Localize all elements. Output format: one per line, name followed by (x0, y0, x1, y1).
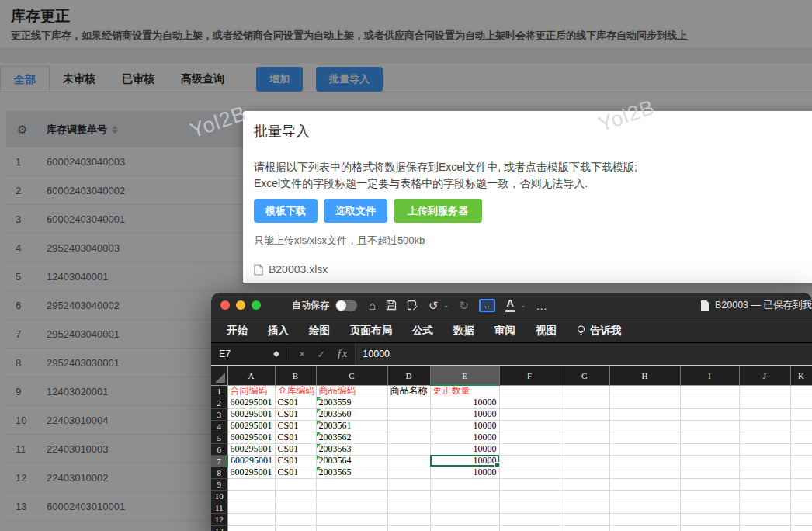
cell-C1[interactable]: 商品编码 (316, 385, 387, 397)
cell-E2[interactable]: 10000 (430, 397, 499, 408)
column-header-H[interactable]: H (609, 366, 680, 385)
cell-I9[interactable] (680, 478, 739, 490)
cell-B4[interactable]: CS01 (275, 420, 316, 432)
column-header-K[interactable]: K (790, 366, 812, 385)
cell-B7[interactable]: CS01 (275, 455, 316, 467)
cell-G1[interactable] (560, 385, 609, 397)
cell-D2[interactable] (387, 397, 430, 408)
cell-K4[interactable] (790, 420, 812, 432)
cell-A3[interactable]: 600295001 (227, 408, 275, 420)
save-icon[interactable] (386, 300, 397, 311)
cell-F11[interactable] (499, 502, 560, 513)
column-header-E[interactable]: E (430, 366, 499, 385)
cell-C6[interactable]: 2003563 (316, 443, 387, 455)
autosave-toggle[interactable] (335, 300, 357, 311)
cell-H12[interactable] (609, 513, 680, 525)
name-box-spinner[interactable] (273, 348, 279, 360)
cell-F9[interactable] (499, 478, 560, 490)
cell-K2[interactable] (790, 397, 812, 408)
row-header-12[interactable]: 12 (211, 513, 227, 525)
cell-K7[interactable] (790, 455, 812, 467)
cell-E6[interactable]: 10000 (430, 443, 499, 455)
cell-A6[interactable]: 600295001 (227, 443, 275, 455)
row-header-11[interactable]: 11 (211, 502, 227, 513)
cell-H3[interactable] (609, 408, 680, 420)
cell-A12[interactable] (227, 513, 275, 525)
cell-C12[interactable] (316, 513, 387, 525)
cell-C5[interactable]: 2003562 (316, 432, 387, 443)
select-file-button[interactable]: 选取文件 (324, 199, 387, 223)
cell-F13[interactable] (499, 525, 560, 531)
cell-J1[interactable] (739, 385, 790, 397)
cell-K8[interactable] (790, 467, 812, 478)
cell-E13[interactable] (430, 525, 499, 531)
excel-menu-item[interactable]: 公式 (412, 324, 433, 338)
cell-E8[interactable]: 10000 (430, 467, 499, 478)
cell-K9[interactable] (790, 478, 812, 490)
more-commands-icon[interactable]: … (536, 300, 547, 311)
cell-E11[interactable] (430, 502, 499, 513)
cell-I6[interactable] (680, 443, 739, 455)
cell-G4[interactable] (560, 420, 609, 432)
cell-D3[interactable] (387, 408, 430, 420)
cell-E9[interactable] (430, 478, 499, 490)
save-as-icon[interactable] (407, 300, 418, 311)
cell-C7[interactable]: 2003564 (316, 455, 387, 467)
row-header-2[interactable]: 2 (211, 397, 227, 408)
cell-F1[interactable] (499, 385, 560, 397)
cell-G10[interactable] (560, 490, 609, 502)
cell-D12[interactable] (387, 513, 430, 525)
cell-C3[interactable]: 2003560 (316, 408, 387, 420)
cell-K12[interactable] (790, 513, 812, 525)
row-header-8[interactable]: 8 (211, 467, 227, 478)
redo-icon[interactable]: ↻ (459, 300, 469, 311)
cell-J4[interactable] (739, 420, 790, 432)
cell-B13[interactable] (275, 525, 316, 531)
zoom-window-button[interactable] (252, 300, 261, 310)
cell-D1[interactable]: 商品名称 (387, 385, 430, 397)
formula-input[interactable]: 10000 (355, 343, 812, 365)
cell-J7[interactable] (739, 455, 790, 467)
cell-C10[interactable] (316, 490, 387, 502)
cell-A1[interactable]: 合同编码 (227, 385, 275, 397)
cell-E3[interactable]: 10000 (430, 408, 499, 420)
undo-dropdown-icon[interactable]: ⌄ (443, 301, 449, 309)
cell-D4[interactable] (387, 420, 430, 432)
cell-H5[interactable] (609, 432, 680, 443)
row-header-7[interactable]: 7 (211, 455, 227, 467)
cell-F12[interactable] (499, 513, 560, 525)
cell-J10[interactable] (739, 490, 790, 502)
cell-G13[interactable] (560, 525, 609, 531)
uploaded-file-item[interactable]: B20003.xlsx (254, 263, 812, 276)
cell-I2[interactable] (680, 397, 739, 408)
cell-I4[interactable] (680, 420, 739, 432)
cell-I10[interactable] (680, 490, 739, 502)
cell-I1[interactable] (680, 385, 739, 397)
column-header-I[interactable]: I (680, 366, 739, 385)
cell-C4[interactable]: 2003561 (316, 420, 387, 432)
cell-I5[interactable] (680, 432, 739, 443)
minimize-window-button[interactable] (236, 300, 245, 310)
row-header-3[interactable]: 3 (211, 408, 227, 420)
cell-G8[interactable] (560, 467, 609, 478)
cell-F4[interactable] (499, 420, 560, 432)
cell-J12[interactable] (739, 513, 790, 525)
name-box[interactable]: E7 (211, 349, 264, 359)
row-header-10[interactable]: 10 (211, 490, 227, 502)
column-header-C[interactable]: C (316, 366, 387, 385)
cell-B2[interactable]: CS01 (275, 397, 316, 408)
undo-icon[interactable]: ↺ (429, 300, 439, 311)
select-all-button[interactable] (211, 366, 227, 385)
close-window-button[interactable] (220, 300, 230, 310)
column-header-J[interactable]: J (739, 366, 790, 385)
cell-D5[interactable] (387, 432, 430, 443)
row-header-13[interactable]: 13 (211, 525, 227, 531)
cell-A10[interactable] (227, 490, 275, 502)
excel-menu-item[interactable]: 开始 (227, 324, 248, 338)
cell-B11[interactable] (275, 502, 316, 513)
excel-menu-item[interactable]: 绘图 (309, 324, 330, 338)
insert-function-icon[interactable]: ƒx (337, 348, 347, 360)
cell-J5[interactable] (739, 432, 790, 443)
cell-A11[interactable] (227, 502, 275, 513)
cell-H10[interactable] (609, 490, 680, 502)
